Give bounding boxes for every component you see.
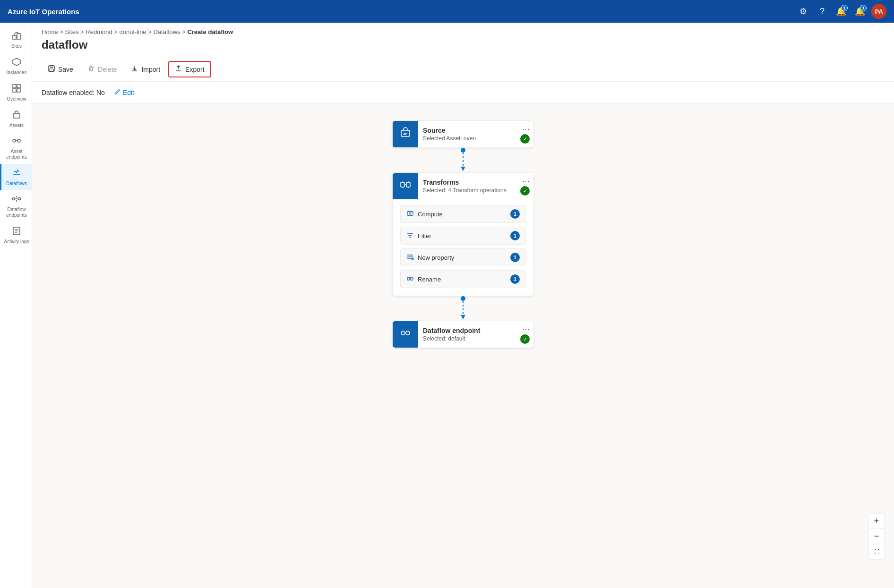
transforms-node-menu-button[interactable]: ⋯	[522, 177, 530, 186]
save-label: Save	[58, 66, 73, 73]
connector-2: ▼	[459, 296, 467, 321]
breadcrumb-home[interactable]: Home	[42, 28, 58, 35]
delete-label: Delete	[98, 66, 117, 73]
connector-dot-top-1	[461, 148, 465, 153]
source-node-menu-button[interactable]: ⋯	[522, 125, 530, 134]
svg-rect-23	[407, 212, 413, 215]
sidebar-item-dataflow-endpoints[interactable]: Dataflow endpoints	[0, 190, 32, 222]
zoom-in-button[interactable]: +	[869, 514, 884, 529]
fit-button[interactable]: ⛶	[869, 544, 884, 559]
sidebar-item-dataflows[interactable]: Dataflows	[0, 164, 32, 190]
notifications-button[interactable]: 🔔 1	[834, 4, 849, 19]
source-node-icon	[399, 127, 412, 142]
zoom-controls: + − ⛶	[868, 513, 885, 560]
settings-button[interactable]: ⚙	[796, 4, 811, 19]
settings-icon: ⚙	[799, 6, 807, 17]
svg-point-12	[18, 198, 21, 200]
endpoint-node-body: Dataflow endpoint Selected: default	[418, 321, 533, 348]
breadcrumb: Home > Sites > Redmond > donut-line > Da…	[32, 23, 894, 35]
svg-rect-5	[13, 89, 16, 92]
transform-filter[interactable]: Filter 1	[400, 227, 526, 245]
flow-canvas-container[interactable]: Source Selected Asset: oven ⋯ ✓ ▼	[32, 103, 894, 588]
sidebar-item-sites-label: Sites	[11, 43, 22, 49]
delete-button[interactable]: Delete	[81, 61, 123, 77]
rename-badge: 1	[510, 274, 520, 284]
sidebar-item-sites[interactable]: Sites	[0, 26, 32, 53]
svg-point-30	[406, 331, 410, 335]
filter-label: Filter	[418, 232, 431, 239]
transforms-node[interactable]: Transforms Selected: 4 Transform operati…	[392, 172, 534, 296]
transforms-body: Compute 1 Filter 1	[393, 199, 533, 296]
save-button[interactable]: Save	[42, 61, 79, 77]
content-area: Home > Sites > Redmond > donut-line > Da…	[32, 23, 894, 588]
transform-compute[interactable]: Compute 1	[400, 205, 526, 223]
compute-label: Compute	[418, 211, 443, 218]
sites-icon	[12, 31, 21, 42]
transforms-node-body: Transforms Selected: 4 Transform operati…	[418, 173, 533, 199]
transform-new-property[interactable]: New property 1	[400, 248, 526, 266]
import-button[interactable]: Import	[125, 61, 166, 77]
source-node[interactable]: Source Selected Asset: oven ⋯ ✓	[392, 120, 534, 148]
svg-point-29	[401, 331, 405, 335]
connector-1: ▼	[459, 148, 467, 172]
assets-icon	[12, 110, 21, 121]
page-title: dataflow	[32, 35, 894, 57]
svg-rect-0	[13, 35, 16, 39]
help-button[interactable]: ?	[815, 4, 830, 19]
new-property-badge: 1	[510, 253, 520, 262]
zoom-out-button[interactable]: −	[869, 529, 884, 544]
sidebar: Sites Instances Overview Assets Asset en…	[0, 23, 32, 588]
breadcrumb-current: Create dataflow	[187, 28, 233, 35]
sidebar-item-assets[interactable]: Assets	[0, 106, 32, 132]
asset-endpoints-icon	[12, 136, 21, 147]
svg-point-24	[409, 213, 411, 214]
sidebar-item-instances[interactable]: Instances	[0, 53, 32, 79]
sidebar-item-instances-label: Instances	[7, 70, 27, 76]
delete-icon	[87, 65, 95, 74]
compute-badge: 1	[510, 209, 520, 219]
svg-rect-3	[13, 85, 16, 88]
alerts-button[interactable]: 🔔 1	[852, 4, 868, 19]
svg-rect-19	[50, 69, 53, 71]
endpoint-icon-col	[393, 321, 418, 348]
sidebar-item-asset-endpoints[interactable]: Asset endpoints	[0, 132, 32, 164]
breadcrumb-dataflows[interactable]: Dataflows	[153, 28, 180, 35]
filter-icon	[406, 231, 414, 240]
source-node-subtitle: Selected Asset: oven	[423, 135, 529, 142]
alerts-badge: 1	[860, 5, 867, 11]
transform-rename[interactable]: Rename 1	[400, 270, 526, 288]
dataflow-endpoints-icon	[12, 194, 21, 205]
endpoint-node-icon	[399, 327, 412, 342]
transforms-icon-col	[393, 173, 418, 199]
edit-button[interactable]: Edit	[111, 86, 138, 98]
endpoint-node[interactable]: Dataflow endpoint Selected: default ⋯ ✓	[392, 321, 534, 348]
svg-rect-21	[401, 182, 404, 187]
svg-point-25	[410, 235, 411, 236]
breadcrumb-redmond[interactable]: Redmond	[86, 28, 112, 35]
breadcrumb-sites[interactable]: Sites	[65, 28, 79, 35]
svg-rect-27	[407, 277, 410, 280]
endpoint-node-menu-button[interactable]: ⋯	[522, 325, 530, 334]
endpoint-node-title: Dataflow endpoint	[423, 327, 529, 334]
export-label: Export	[185, 66, 204, 73]
sidebar-item-overview[interactable]: Overview	[0, 79, 32, 106]
export-button[interactable]: Export	[168, 61, 211, 77]
transforms-node-subtitle: Selected: 4 Transform operations	[423, 187, 518, 194]
connector-arrow-1: ▼	[459, 165, 467, 172]
compute-icon	[406, 210, 414, 219]
endpoint-node-check: ✓	[520, 334, 530, 344]
svg-rect-1	[17, 34, 20, 39]
transforms-node-icon	[399, 179, 412, 194]
sidebar-item-activity-logs[interactable]: Activity logs	[0, 222, 32, 248]
endpoint-node-subtitle: Selected: default	[423, 335, 529, 342]
edit-icon	[114, 88, 121, 96]
rename-label: Rename	[418, 276, 441, 283]
svg-point-9	[17, 139, 20, 142]
user-avatar[interactable]: PA	[871, 4, 886, 19]
transforms-header: Transforms Selected: 4 Transform operati…	[393, 173, 533, 199]
export-icon	[175, 65, 182, 74]
transforms-node-title: Transforms	[423, 179, 518, 186]
sidebar-item-asset-endpoints-label: Asset endpoints	[3, 149, 30, 160]
svg-rect-28	[411, 277, 413, 280]
breadcrumb-donut-line[interactable]: donut-line	[120, 28, 146, 35]
